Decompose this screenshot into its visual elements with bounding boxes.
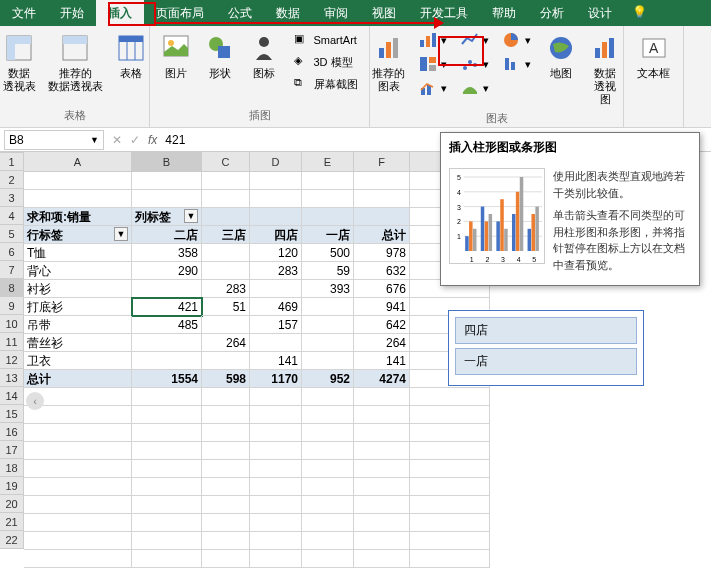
cell[interactable] — [202, 172, 250, 190]
cell[interactable]: 485 — [132, 316, 202, 334]
cell[interactable] — [410, 550, 490, 568]
row-header[interactable]: 19 — [0, 477, 24, 495]
cell[interactable]: 59 — [302, 262, 354, 280]
cell[interactable] — [302, 532, 354, 550]
cell[interactable] — [132, 406, 202, 424]
column-header[interactable]: D — [250, 152, 302, 172]
cell[interactable]: 总计 — [354, 226, 410, 244]
column-header[interactable]: E — [302, 152, 354, 172]
combo-chart-button[interactable]: ▾ — [415, 78, 451, 98]
cell[interactable]: 打底衫 — [24, 298, 132, 316]
enter-icon[interactable]: ✓ — [130, 133, 140, 147]
cell[interactable]: 500 — [302, 244, 354, 262]
cell[interactable] — [250, 550, 302, 568]
filter-dropdown-icon[interactable]: ▼ — [114, 227, 128, 241]
row-header[interactable]: 2 — [0, 171, 24, 189]
cell[interactable]: 264 — [354, 334, 410, 352]
cell[interactable] — [24, 424, 132, 442]
cell[interactable]: 598 — [202, 370, 250, 388]
cell[interactable] — [354, 478, 410, 496]
row-header[interactable]: 13 — [0, 369, 24, 387]
cell[interactable] — [250, 388, 302, 406]
cell[interactable]: 1170 — [250, 370, 302, 388]
cell[interactable] — [132, 550, 202, 568]
textbox-button[interactable]: A文本框 — [635, 30, 672, 82]
cell[interactable] — [202, 190, 250, 208]
scatter-chart-button[interactable]: ▾ — [457, 54, 493, 74]
cell[interactable] — [410, 424, 490, 442]
cell[interactable] — [24, 550, 132, 568]
cell[interactable] — [202, 532, 250, 550]
line-chart-button[interactable]: ▾ — [457, 30, 493, 50]
cell[interactable] — [202, 478, 250, 496]
row-header[interactable]: 18 — [0, 459, 24, 477]
tab-home[interactable]: 开始 — [48, 0, 96, 26]
cell[interactable] — [302, 208, 354, 226]
cell[interactable] — [132, 388, 202, 406]
cell[interactable] — [354, 388, 410, 406]
cell[interactable]: 衬衫 — [24, 280, 132, 298]
cell[interactable] — [354, 496, 410, 514]
row-header[interactable]: 4 — [0, 207, 24, 225]
cell[interactable]: 蕾丝衫 — [24, 334, 132, 352]
cell[interactable]: 952 — [302, 370, 354, 388]
row-header[interactable]: 8 — [0, 279, 24, 297]
cell[interactable] — [302, 514, 354, 532]
cell[interactable] — [410, 496, 490, 514]
cell[interactable] — [24, 172, 132, 190]
cell[interactable] — [250, 478, 302, 496]
cell[interactable] — [354, 460, 410, 478]
cell[interactable] — [250, 424, 302, 442]
tab-insert[interactable]: 插入 — [96, 0, 144, 26]
column-chart-button[interactable]: ▾ — [415, 30, 451, 50]
cancel-icon[interactable]: ✕ — [112, 133, 122, 147]
cell[interactable] — [202, 352, 250, 370]
cell[interactable] — [202, 442, 250, 460]
tab-design[interactable]: 设计 — [576, 0, 624, 26]
scroll-left-hint[interactable]: ‹ — [26, 392, 44, 410]
cell[interactable] — [250, 460, 302, 478]
surface-chart-button[interactable]: ▾ — [457, 78, 493, 98]
map-button[interactable]: 地图 — [543, 30, 579, 82]
cell[interactable]: 676 — [354, 280, 410, 298]
row-header[interactable]: 11 — [0, 333, 24, 351]
3dmodel-button[interactable]: ◈3D 模型 — [290, 52, 362, 72]
icons-button[interactable]: 图标 — [246, 30, 282, 82]
cell[interactable] — [24, 190, 132, 208]
row-header[interactable]: 10 — [0, 315, 24, 333]
cell[interactable]: 列标签▼ — [132, 208, 202, 226]
cell[interactable]: 背心 — [24, 262, 132, 280]
cell[interactable]: 总计 — [24, 370, 132, 388]
cell[interactable]: 一店 — [302, 226, 354, 244]
cell[interactable] — [24, 514, 132, 532]
cell[interactable] — [250, 190, 302, 208]
recommended-charts-button[interactable]: 推荐的 图表 — [370, 30, 407, 95]
cell[interactable] — [250, 442, 302, 460]
cell[interactable] — [302, 316, 354, 334]
cell[interactable]: 978 — [354, 244, 410, 262]
cell[interactable] — [250, 208, 302, 226]
row-header[interactable]: 5 — [0, 225, 24, 243]
cell[interactable] — [354, 172, 410, 190]
cell[interactable] — [132, 190, 202, 208]
cell[interactable] — [302, 172, 354, 190]
column-header[interactable]: C — [202, 152, 250, 172]
cell[interactable] — [410, 388, 490, 406]
pivottable-button[interactable]: 数据 透视表 — [1, 30, 38, 95]
fx-icon[interactable]: fx — [148, 133, 157, 147]
row-header[interactable]: 20 — [0, 495, 24, 513]
cell[interactable] — [202, 388, 250, 406]
cell[interactable] — [302, 190, 354, 208]
cell[interactable]: 642 — [354, 316, 410, 334]
cell[interactable] — [302, 478, 354, 496]
pivotchart-button[interactable]: 数据透视图 — [587, 30, 623, 109]
shapes-button[interactable]: 形状 — [202, 30, 238, 82]
slicer-item[interactable]: 一店 — [455, 348, 637, 375]
cell[interactable] — [202, 460, 250, 478]
cell[interactable]: 1554 — [132, 370, 202, 388]
cell[interactable] — [250, 532, 302, 550]
cell[interactable]: 120 — [250, 244, 302, 262]
cell[interactable] — [132, 280, 202, 298]
smartart-button[interactable]: ▣SmartArt — [290, 30, 362, 50]
cell[interactable] — [410, 514, 490, 532]
